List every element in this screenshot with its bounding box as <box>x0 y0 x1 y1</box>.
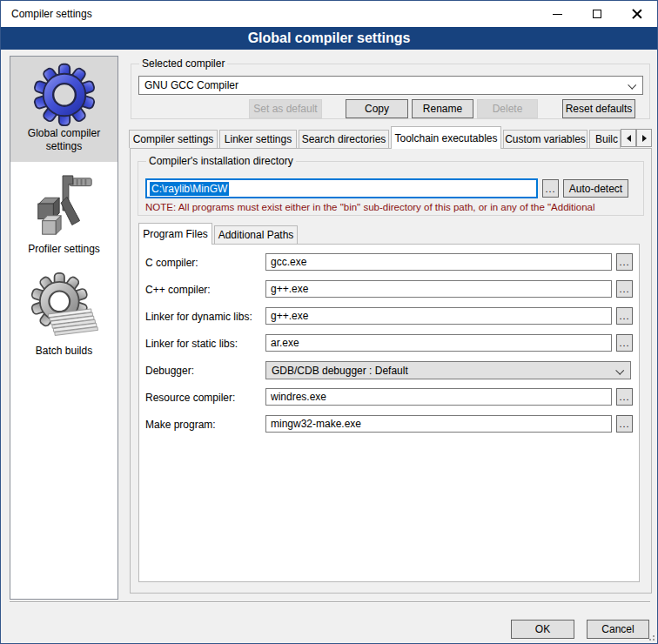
sidebar-item-label: Global compiler <box>10 127 118 140</box>
installation-directory-browse-button[interactable]: ... <box>542 179 559 198</box>
make-program-browse-button[interactable]: ... <box>616 415 633 433</box>
chevron-down-icon <box>615 366 624 375</box>
installation-directory-legend: Compiler's installation directory <box>146 155 296 167</box>
linker-static-input[interactable] <box>265 334 612 352</box>
minimize-icon <box>553 14 562 15</box>
installation-directory-input[interactable]: C:\raylib\MinGW <box>145 178 538 198</box>
minimize-button[interactable] <box>537 1 577 27</box>
tab-scroll-left-icon <box>627 135 631 142</box>
sidebar-item-profiler-settings[interactable]: Profiler settings <box>10 170 118 261</box>
delete-button[interactable]: Delete <box>477 99 538 118</box>
close-button[interactable] <box>617 1 657 27</box>
resource-compiler-label: Resource compiler: <box>145 392 235 404</box>
compiler-select[interactable]: GNU GCC Compiler <box>138 76 643 95</box>
reset-defaults-button[interactable]: Reset defaults <box>562 99 635 118</box>
debugger-select[interactable]: GDB/CDB debugger : Default <box>265 361 631 379</box>
c-compiler-label: C compiler: <box>145 257 198 269</box>
close-icon <box>632 9 642 19</box>
linker-static-label: Linker for static libs: <box>145 338 238 350</box>
linker-dynamic-label: Linker for dynamic libs: <box>145 311 252 323</box>
tab-program-files[interactable]: Program Files <box>138 223 212 245</box>
sidebar-item-label: Profiler settings <box>10 243 118 256</box>
rename-button[interactable]: Rename <box>412 99 473 118</box>
copy-button[interactable]: Copy <box>346 99 408 118</box>
compiler-settings-dialog: Compiler settings Global compiler settin… <box>0 0 658 644</box>
gray-gear-stack-icon <box>28 272 101 345</box>
tab-compiler-settings[interactable]: Compiler settings <box>129 130 218 148</box>
linker-static-browse-button[interactable]: ... <box>616 334 633 352</box>
tab-linker-settings[interactable]: Linker settings <box>219 130 297 148</box>
window-controls <box>537 1 657 27</box>
cpp-compiler-browse-button[interactable]: ... <box>616 280 633 298</box>
resize-grip[interactable] <box>646 632 655 641</box>
maximize-icon <box>593 10 601 18</box>
resource-compiler-input[interactable] <box>265 388 612 406</box>
c-compiler-input[interactable] <box>265 253 612 271</box>
sidebar-item-label: Batch builds <box>10 345 118 358</box>
ok-button[interactable]: OK <box>511 620 574 639</box>
cancel-button[interactable]: Cancel <box>587 620 649 639</box>
installation-directory-value: C:\raylib\MinGW <box>150 182 229 196</box>
window-title: Compiler settings <box>11 8 92 20</box>
tab-toolchain-executables[interactable]: Toolchain executables <box>391 126 501 149</box>
compiler-select-value: GNU GCC Compiler <box>144 79 238 91</box>
make-program-input[interactable] <box>265 415 612 433</box>
tab-additional-paths[interactable]: Additional Paths <box>214 225 298 244</box>
resource-compiler-browse-button[interactable]: ... <box>616 388 633 406</box>
tab-scroll-left-button[interactable] <box>621 129 636 147</box>
bin-subdirectory-note: NOTE: All programs must exist either in … <box>145 202 641 212</box>
sidebar-item-label: settings <box>10 140 118 153</box>
blue-gear-icon <box>31 61 97 127</box>
tab-scroll-right-icon <box>642 135 647 142</box>
chevron-down-icon <box>628 81 636 90</box>
debugger-select-value: GDB/CDB debugger : Default <box>272 365 408 377</box>
cpp-compiler-input[interactable] <box>265 280 612 298</box>
caliper-tool-icon <box>30 171 98 243</box>
auto-detect-button[interactable]: Auto-detect <box>563 179 628 198</box>
sidebar-item-batch-builds[interactable]: Batch builds <box>10 268 118 364</box>
tab-search-directories[interactable]: Search directories <box>299 130 389 148</box>
debugger-label: Debugger: <box>145 365 194 377</box>
sidebar-item-global-compiler-settings[interactable]: Global compiler settings <box>10 57 118 162</box>
tab-scroll-right-button[interactable] <box>636 129 652 147</box>
dialog-banner: Global compiler settings <box>1 27 657 50</box>
footer-divider <box>10 601 650 603</box>
make-program-label: Make program: <box>145 419 216 431</box>
tab-build-options-clipped[interactable]: Builc <box>589 130 621 148</box>
tab-custom-variables[interactable]: Custom variables <box>503 130 588 148</box>
maximize-button[interactable] <box>577 1 617 27</box>
linker-dynamic-input[interactable] <box>265 307 612 325</box>
c-compiler-browse-button[interactable]: ... <box>616 253 633 271</box>
cpp-compiler-label: C++ compiler: <box>145 284 211 296</box>
selected-compiler-legend: Selected compiler <box>139 57 227 70</box>
titlebar[interactable]: Compiler settings <box>1 1 657 27</box>
settings-category-list: Global compiler settings Profiler settin… <box>10 56 118 600</box>
linker-dynamic-browse-button[interactable]: ... <box>616 307 633 325</box>
set-as-default-button[interactable]: Set as default <box>249 99 322 118</box>
